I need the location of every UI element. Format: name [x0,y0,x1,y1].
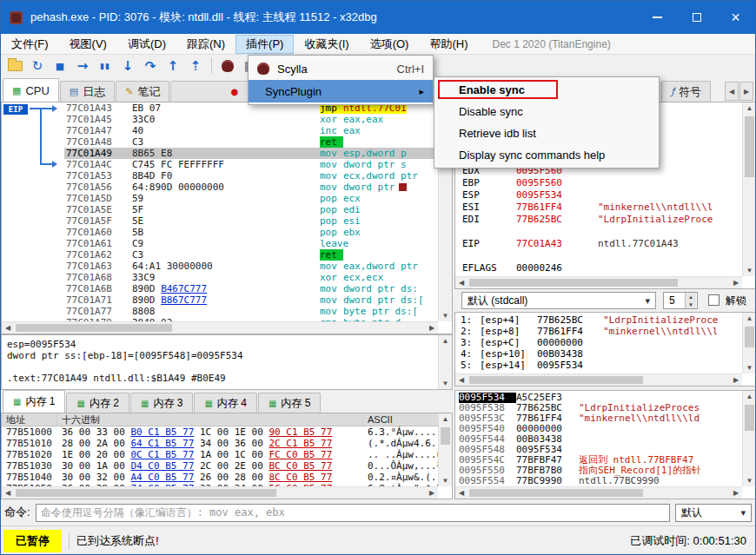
argument-row[interactable]: 1: [esp+4] 77B625BC "LdrpInitializeProce [461,314,742,326]
arguments-horizontal-scrollbar[interactable] [455,373,742,386]
run-icon[interactable]: → [72,56,93,76]
stop-icon[interactable]: ■ [50,56,70,76]
tab-memory-4[interactable]: ▦内存 4 [194,393,256,413]
open-file-icon[interactable] [4,56,25,76]
registers-horizontal-scrollbar[interactable] [455,276,742,288]
argument-row[interactable]: 2: [esp+8] 77B61FF4 "minkernel\\ntdll\\l [461,326,742,337]
unlock-checkbox[interactable] [708,294,720,306]
disasm-row[interactable]: 77C01A47 40 inceax [64,125,438,136]
menu-item-view[interactable]: 视图(V) [59,35,117,54]
disasm-row[interactable]: 77C01A53 8B4D F0 movecx,dword ptr [64,170,438,182]
menu-item-display-sync-help[interactable]: Display sync commands help [434,144,659,166]
stack-pane[interactable]: 0095F534 A5C25EF3 0095F538 77B625BC "Ldr… [454,390,756,499]
argument-row[interactable]: 5: [esp+14] 0095F534 [461,360,742,371]
menu-item-scylla[interactable]: Scylla Ctrl+I [249,57,433,80]
disasm-row[interactable]: 77C01A77 8808 movbyte ptr ds:[ [64,306,438,317]
disasm-horizontal-scrollbar[interactable] [2,321,438,334]
register-row[interactable]: EFLAGS 00000246 [462,262,742,274]
tab-scroll-left-icon[interactable]: ◀ [725,82,739,101]
register-row[interactable]: ESP 0095F534 [462,189,742,202]
disasm-row[interactable]: 77C01A61 C9 leave [64,238,438,249]
info-vertical-scrollbar[interactable] [438,335,452,389]
disasm-row[interactable]: 77C01A49 8B65 E8 movesp,dword p [64,148,438,159]
menu-item-favourites[interactable]: 收藏夹(I) [294,35,359,54]
arguments-vertical-scrollbar[interactable] [742,313,756,373]
disasm-row[interactable]: 77C01A6B 890D B467C777 movdword ptr ds: [64,283,438,294]
disasm-row[interactable]: 77C01A5F 5E popesi [64,215,438,227]
menu-item-syncplugin[interactable]: SyncPlugin ▸ [249,80,433,102]
dump-vertical-scrollbar[interactable] [438,413,452,486]
registers-vertical-scrollbar[interactable] [742,102,756,276]
pause-icon[interactable]: ▮▮ [95,56,116,76]
close-button[interactable] [716,1,755,34]
tab-cpu[interactable]: ▦CPU [3,78,59,102]
menu-item-trace[interactable]: 跟踪(N) [176,35,235,54]
disasm-row[interactable]: 77C01A4C C745 FC FEFFFFFF movdword ptr s [64,159,438,170]
menu-item-plugins[interactable]: 插件(P) [235,35,294,54]
arguments-pane[interactable]: 1: [esp+4] 77B625BC "LdrpInitializeProce… [454,312,756,387]
maximize-button[interactable] [677,1,716,34]
tab-breakpoints[interactable]: ● [170,81,249,102]
register-row[interactable]: ESI 77B61FF4 "minkernel\\ntdll\\l [462,202,742,214]
step-over-icon[interactable]: ↷ [140,56,161,76]
argument-row[interactable]: 4: [esp+10] 00B03438 [461,348,742,360]
restart-icon[interactable]: ↻ [27,56,48,76]
stack-row[interactable]: 0095F554 77BC9990 ntdll.77BC9990 [459,476,742,486]
register-row[interactable]: EIP 77C01A43 ntdll.77C01A43 [462,238,742,250]
tab-memory-5[interactable]: ▦内存 5 [258,393,321,413]
tab-notes[interactable]: ✎笔记 [116,81,169,102]
execute-till-return-icon[interactable]: ↑ [162,56,183,76]
argument-count-stepper[interactable]: 5 [663,292,698,309]
disasm-row[interactable]: 77C01A63 64:A1 30000000 moveax,dword ptr [64,261,438,272]
dump-row[interactable]: 77B51000 36 00 33 00 B0 C1 B5 77 1C 00 1… [2,426,438,438]
calling-convention-select[interactable]: 默认 (stdcall) [461,292,656,309]
register-row[interactable]: EBP 0095F560 [462,177,742,189]
register-row[interactable]: EDI 77B625BC "LdrpInitializeProce [462,214,742,226]
symbols-icon: ƒ [671,86,674,97]
tab-log[interactable]: ▤日志 [60,81,115,102]
disasm-row[interactable]: 77C01A60 5B popebx [64,227,438,238]
menu-item-debug[interactable]: 调试(D) [117,35,176,54]
menu-item-enable-sync[interactable]: Enable sync [434,79,659,101]
disasm-row[interactable]: 77C01A5E 5F popedi [64,204,438,215]
disasm-row[interactable]: 77C01A56 64:890D 00000000 movdword ptr [64,182,438,193]
eip-marker: EIP [3,104,28,115]
step-into-icon[interactable]: ↓ [117,56,138,76]
dump-row[interactable]: 77B51020 1E 00 20 00 0C C1 B5 77 1A 00 1… [2,449,438,460]
disasm-row[interactable]: 77C01A71 890D B867C777 movdword ptr ds:[ [64,294,438,306]
dump-row[interactable]: 77B51010 28 00 2A 00 64 C1 B5 77 34 00 3… [2,438,438,449]
memory-dump-pane[interactable]: 地址 十六进制 ASCII 77B51000 36 00 33 00 B0 C1… [1,413,453,499]
disasm-row[interactable]: 77C01A62 C3 ret [64,249,438,261]
menu-item-disable-sync[interactable]: Disable sync [434,101,659,122]
scylla-icon[interactable] [217,56,238,76]
tab-symbols[interactable]: ƒ符号 [661,81,711,102]
disasm-row[interactable]: 77C01A68 33C9 xorecx,ecx [64,272,438,283]
register-row[interactable] [462,226,742,238]
stepper-up-icon[interactable] [685,293,696,301]
command-input[interactable] [36,504,670,522]
disasm-row[interactable]: 77C01A48 C3 ret [64,136,438,148]
disasm-instruction: ret [320,249,438,261]
dump-row[interactable]: 77B51030 30 00 1A 00 D4 C0 B5 77 2C 00 2… [2,460,438,472]
command-profile-select[interactable]: 默认 [675,504,752,522]
dump-row[interactable]: 77B51040 30 00 32 00 A4 C0 B5 77 26 00 2… [2,472,438,483]
dump-horizontal-scrollbar[interactable] [2,486,438,499]
argument-row[interactable]: 3: [esp+C] 00000000 [461,337,742,348]
register-row[interactable] [462,250,742,262]
menu-item-options[interactable]: 选项(O) [360,35,420,54]
disasm-row[interactable]: 77C01A5D 59 popecx [64,193,438,204]
disassembly-pane[interactable]: 77C01A43 EB 07 jmpntdll.77C01 77C01A45 3… [1,102,453,334]
tab-scroll-right-icon[interactable]: ▶ [739,82,753,101]
tab-memory-2[interactable]: ▦内存 2 [66,393,129,413]
tab-memory-1[interactable]: ▦内存 1 [3,390,65,413]
tab-memory-3[interactable]: ▦内存 3 [130,393,193,413]
menu-item-help[interactable]: 帮助(H) [419,35,478,54]
menu-item-retrieve-idb-list[interactable]: Retrieve idb list [434,122,659,144]
menu-item-file[interactable]: 文件(F) [1,35,59,54]
stack-horizontal-scrollbar[interactable] [455,486,742,499]
disasm-row[interactable]: 77C01A45 33C0 xoreax,eax [64,114,438,125]
minimize-button[interactable] [638,1,677,34]
step-out-icon[interactable]: ⇡ [185,56,206,76]
stack-vertical-scrollbar[interactable] [742,391,756,486]
stepper-down-icon[interactable] [685,301,696,308]
